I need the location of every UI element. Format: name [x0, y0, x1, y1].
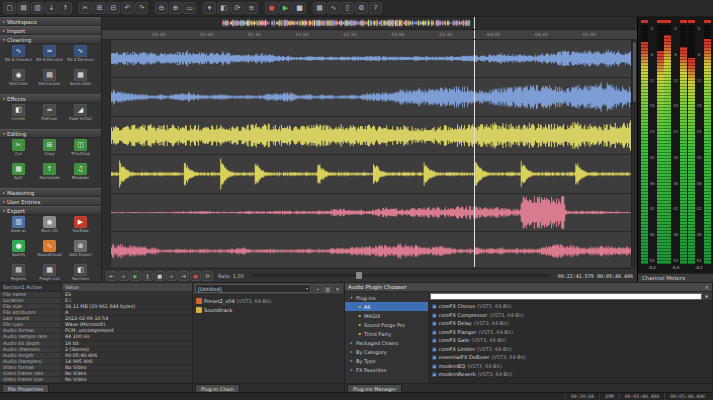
close-icon[interactable]: ✕ — [705, 284, 709, 290]
tree-item-magix[interactable]: ▪MAGIX — [345, 311, 428, 320]
sidebar-item-plugin-list[interactable]: ▦Plugin List — [34, 264, 65, 282]
waveform-canvas-2[interactable] — [111, 78, 637, 115]
sidebar-item-limiter[interactable]: ◧Limiter — [3, 104, 34, 128]
toolbar-play-icon[interactable]: ▶ — [279, 2, 292, 14]
channel-meters-tab[interactable]: Channel Meters — [638, 273, 713, 282]
toolbar-loop-icon[interactable]: ⟳ — [231, 2, 244, 14]
toolbar-spectrum-icon[interactable]: ∿ — [327, 2, 340, 14]
rate-slider[interactable] — [251, 274, 551, 277]
toolbar-save-file-icon[interactable]: ▥ — [31, 2, 44, 14]
clip-indicator[interactable] — [664, 20, 671, 23]
tree-item-fx-favorites[interactable]: ▸FX Favorites — [345, 365, 428, 374]
tree-item-all[interactable]: ▪All — [345, 302, 428, 311]
clip-indicator[interactable] — [688, 20, 695, 23]
track-lane-3[interactable] — [102, 117, 637, 155]
tab-plugins-manager[interactable]: Plug-ins Manager — [347, 384, 402, 392]
sidebar-section-user-entries[interactable]: ▸User Entries — [0, 197, 101, 206]
remove-plugin-button[interactable]: ✕ — [333, 284, 342, 293]
sidebar-section-editing[interactable]: ▾Editing — [0, 129, 101, 138]
sidebar-item-rx-8-connect[interactable]: ∿RX 8 Connect — [3, 45, 34, 69]
tree-item-packaged-chains[interactable]: ▸Packaged Chains — [345, 338, 428, 347]
waveform-canvas-5[interactable] — [111, 194, 637, 231]
sidebar-item-noise-gate[interactable]: ▦Noise Gate — [65, 69, 96, 93]
toolbar-import-icon[interactable]: ↓ — [45, 2, 58, 14]
plugin-item-corefx-delay[interactable]: ▣coreFX Delay(VST3, 64-Bit) — [429, 319, 712, 328]
sidebar-item-save-as[interactable]: ▥Save as — [3, 216, 34, 240]
sidebar-item-regions[interactable]: ▤Regions — [3, 264, 34, 282]
toolbar-record-icon[interactable]: ● — [265, 2, 278, 14]
clip-indicator[interactable] — [641, 20, 648, 23]
sidebar-item-mixdown[interactable]: ♫Mixdown — [65, 163, 96, 187]
toolbar-snap-icon[interactable]: ≡ — [245, 2, 258, 14]
plugin-item-moderneq[interactable]: ▣modernEQ(VST3, 64-Bit) — [429, 362, 712, 371]
plugin-search-input[interactable] — [430, 293, 702, 300]
toolbar-redo-icon[interactable]: ↷ — [135, 2, 148, 14]
sidebar-item-deesser[interactable]: ≈DeEsser — [34, 104, 65, 128]
clip-indicator[interactable] — [657, 20, 664, 23]
plugin-item-corefx-limiter[interactable]: ▣coreFX Limiter(VST3, 64-Bit) — [429, 345, 712, 354]
plugin-item-corefx-gate[interactable]: ▣coreFX Gate(VST3, 64-Bit) — [429, 336, 712, 345]
chain-preset-combo[interactable]: [Untitled] ▾ — [195, 284, 311, 293]
toolbar-new-file-icon[interactable]: ▢ — [3, 2, 16, 14]
tree-item-third-party[interactable]: ▪Third Party — [345, 329, 428, 338]
transport-loop-button[interactable]: ⟳ — [202, 271, 213, 281]
tab-plugin-chain[interactable]: Plug-in Chain — [195, 384, 240, 392]
plugin-item-corefx-chorus[interactable]: ▣coreFX Chorus(VST3, 64-Bit) — [429, 302, 712, 311]
tree-item-sound-forge-pro[interactable]: ▪Sound Forge Pro — [345, 320, 428, 329]
sidebar-item-declicker[interactable]: ◉DeClicker — [3, 69, 34, 93]
toolbar-paste-icon[interactable]: ⊟ — [107, 2, 120, 14]
toolbar-copy-icon[interactable]: ⊞ — [93, 2, 106, 14]
sidebar-item-rx-8-de-click[interactable]: ≈RX 8 De-click — [34, 45, 65, 69]
transport-record-button[interactable]: ● — [190, 271, 201, 281]
sidebar-item-burn-cd[interactable]: ◉Burn CD — [34, 216, 65, 240]
tree-item-by-category[interactable]: ▸By Category — [345, 347, 428, 356]
toolbar-open-file-icon[interactable]: ▤ — [17, 2, 30, 14]
sidebar-item-cut[interactable]: ✂Cut — [3, 139, 34, 163]
transport-pause-button[interactable]: ∥ — [142, 271, 153, 281]
toolbar-stop-icon[interactable]: ■ — [293, 2, 306, 14]
toolbar-zoom-out-icon[interactable]: ⊖ — [155, 2, 168, 14]
toolbar-mixer-icon[interactable]: ▦ — [313, 2, 326, 14]
toolbar-cut-icon[interactable]: ✂ — [79, 2, 92, 14]
add-plugin-button[interactable]: + — [313, 284, 322, 293]
sidebar-section-effects[interactable]: ▾Effects — [0, 94, 101, 103]
transport-go-start-button[interactable]: ⇤ — [106, 271, 117, 281]
sidebar-item-rx-8-de-hum[interactable]: ∿RX 8 De-hum — [65, 45, 96, 69]
timeline-ruler[interactable]: 00:3001:0001:3002:0002:3003:0003:3004:00… — [102, 30, 637, 40]
waveform-canvas-4[interactable] — [111, 155, 637, 192]
sidebar-item-sections[interactable]: ◧Sections — [65, 264, 96, 282]
track-lane-2[interactable] — [102, 78, 637, 116]
sidebar-item-trim-crop[interactable]: ◫Trim/Crop — [65, 139, 96, 163]
chain-item-soundtrack[interactable]: Soundtrack — [193, 305, 344, 314]
filter-icon[interactable]: ▼ — [702, 294, 711, 299]
sidebar-item-decrackler[interactable]: ▤DeCrackler — [34, 69, 65, 93]
sidebar-item-normalize[interactable]: ↑Normalize — [34, 163, 65, 187]
chain-item-preset2-v04[interactable]: Preset2_v04(VST3, 64-Bit) — [193, 296, 344, 305]
plugin-item-essentialfx-deesser[interactable]: ▣essentialFX DeEsser(VST3, 64-Bit) — [429, 353, 712, 362]
vertical-scrollbar[interactable] — [631, 40, 637, 267]
track-lane-4[interactable] — [102, 155, 637, 193]
sidebar-item-fade-in-out[interactable]: ◢Fade In/Out — [65, 104, 96, 128]
plugin-item-corefx-flanger[interactable]: ▣coreFX Flanger(VST3, 64-Bit) — [429, 328, 712, 337]
sidebar-item-spotify[interactable]: ●Spotify — [3, 240, 34, 264]
toolbar-region-icon[interactable]: ◧ — [217, 2, 230, 14]
toolbar-zoom-fit-icon[interactable]: ▭ — [183, 2, 196, 14]
transport-forward-button[interactable]: » — [166, 271, 177, 281]
sidebar-item-split[interactable]: ▦Split — [3, 163, 34, 187]
track-lane-5[interactable] — [102, 194, 637, 232]
transport-stop-button[interactable]: ■ — [154, 271, 165, 281]
transport-play-button[interactable]: ▶ — [130, 271, 141, 281]
sidebar-item-soundcloud[interactable]: ∿SoundCloud — [34, 240, 65, 264]
sidebar-section-export[interactable]: ▾Export — [0, 206, 101, 215]
transport-rewind-button[interactable]: « — [118, 271, 129, 281]
playhead-cursor[interactable] — [474, 40, 475, 267]
waveform-canvas-1[interactable] — [111, 40, 637, 77]
toolbar-settings-icon[interactable]: ⚙ — [355, 2, 368, 14]
waveform-canvas-3[interactable] — [111, 117, 637, 154]
waveform-canvas-6[interactable] — [111, 232, 637, 267]
clip-indicator[interactable] — [680, 20, 687, 23]
toolbar-help-icon[interactable]: ? — [369, 2, 382, 14]
sidebar-item-youtube[interactable]: ▶YouTube — [65, 216, 96, 240]
sidebar-item-copy[interactable]: ⊞Copy — [34, 139, 65, 163]
tab-file-properties[interactable]: File Properties — [2, 384, 49, 392]
